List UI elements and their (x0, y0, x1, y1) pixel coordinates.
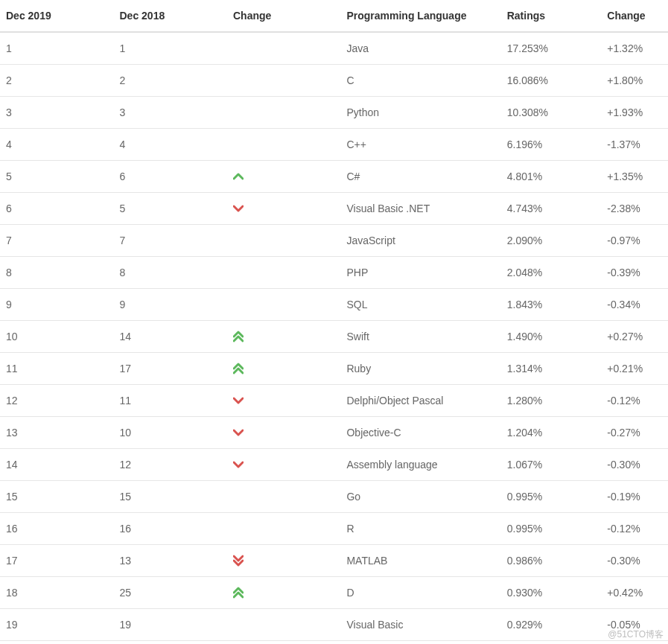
header-language: Programming Language (340, 0, 500, 32)
cell-rank2018: 14 (113, 321, 226, 353)
header-change: Change (601, 0, 668, 32)
cell-rank2018: 6 (113, 161, 226, 193)
table-row: 33Python10.308%+1.93% (0, 97, 668, 129)
cell-language: Go (340, 481, 500, 513)
cell-arrow (227, 161, 340, 193)
cell-rank2019: 6 (0, 193, 113, 225)
cell-change: +1.80% (601, 65, 668, 97)
cell-change: -1.37% (601, 129, 668, 161)
cell-arrow (227, 65, 340, 97)
cell-arrow (227, 577, 340, 609)
cell-rank2019: 9 (0, 289, 113, 321)
cell-rank2018: 3 (113, 97, 226, 129)
cell-arrow (227, 641, 340, 645)
cell-rank2018: 10 (113, 417, 226, 449)
cell-ratings: 2.090% (501, 225, 602, 257)
chevron-down-icon (233, 395, 334, 407)
cell-ratings: 2.048% (501, 257, 602, 289)
cell-ratings: 0.995% (501, 513, 602, 545)
table-row: 1412Assembly language1.067%-0.30% (0, 449, 668, 481)
cell-language: Perl (340, 641, 500, 645)
cell-language: C# (340, 161, 500, 193)
cell-ratings: 0.930% (501, 577, 602, 609)
table-row: 1515Go0.995%-0.19% (0, 481, 668, 513)
table-row: 1117Ruby1.314%+0.21% (0, 353, 668, 385)
cell-rank2019: 20 (0, 641, 113, 645)
cell-arrow (227, 609, 340, 641)
cell-arrow (227, 545, 340, 577)
cell-ratings: 17.253% (501, 32, 602, 65)
cell-ratings: 1.067% (501, 449, 602, 481)
cell-rank2018: 1 (113, 32, 226, 65)
chevron-up-icon (233, 170, 334, 182)
cell-ratings: 1.843% (501, 289, 602, 321)
cell-arrow (227, 417, 340, 449)
cell-language: C++ (340, 129, 500, 161)
cell-language: D (340, 577, 500, 609)
cell-arrow (227, 481, 340, 513)
cell-rank2018: 15 (113, 481, 226, 513)
table-row: 1713MATLAB0.986%-0.30% (0, 545, 668, 577)
cell-arrow (227, 225, 340, 257)
cell-change: -0.12% (601, 513, 668, 545)
table-row: 88PHP2.048%-0.39% (0, 257, 668, 289)
double-chevron-up-icon (233, 587, 334, 599)
cell-rank2018: 19 (113, 609, 226, 641)
cell-language: JavaScript (340, 225, 500, 257)
cell-rank2019: 11 (0, 353, 113, 385)
cell-change: -0.97% (601, 225, 668, 257)
cell-rank2018: 8 (113, 257, 226, 289)
cell-change: -0.30% (601, 545, 668, 577)
table-row: 1919Visual Basic0.929%-0.05% (0, 609, 668, 641)
table-row: 1310Objective-C1.204%-0.27% (0, 417, 668, 449)
cell-ratings: 16.086% (501, 65, 602, 97)
cell-rank2019: 13 (0, 417, 113, 449)
cell-rank2019: 17 (0, 545, 113, 577)
header-ratings: Ratings (501, 0, 602, 32)
cell-change: +0.27% (601, 321, 668, 353)
cell-ratings: 6.196% (501, 129, 602, 161)
cell-rank2019: 8 (0, 257, 113, 289)
cell-change: -0.27% (601, 417, 668, 449)
cell-ratings: 0.986% (501, 545, 602, 577)
cell-change: +0.21% (601, 353, 668, 385)
cell-rank2018: 18 (113, 641, 226, 645)
cell-ratings: 4.801% (501, 161, 602, 193)
cell-arrow (227, 257, 340, 289)
cell-language: Ruby (340, 353, 500, 385)
cell-rank2019: 10 (0, 321, 113, 353)
cell-rank2019: 18 (0, 577, 113, 609)
cell-language: MATLAB (340, 545, 500, 577)
cell-ratings: 1.204% (501, 417, 602, 449)
cell-change: +1.93% (601, 97, 668, 129)
cell-language: Visual Basic .NET (340, 193, 500, 225)
cell-change: +0.42% (601, 577, 668, 609)
cell-rank2018: 4 (113, 129, 226, 161)
header-rank2018: Dec 2018 (113, 0, 226, 32)
chevron-down-icon (233, 427, 334, 439)
table-row: 1211Delphi/Object Pascal1.280%-0.12% (0, 385, 668, 417)
cell-rank2018: 9 (113, 289, 226, 321)
cell-change: -0.30% (601, 449, 668, 481)
chevron-down-icon (233, 203, 334, 214)
table-row: 1014Swift1.490%+0.27% (0, 321, 668, 353)
cell-language: Python (340, 97, 500, 129)
cell-ratings: 10.308% (501, 97, 602, 129)
cell-arrow (227, 289, 340, 321)
cell-language: R (340, 513, 500, 545)
cell-rank2018: 2 (113, 65, 226, 97)
double-chevron-down-icon (233, 555, 334, 567)
cell-arrow (227, 385, 340, 417)
cell-change: +1.32% (601, 32, 668, 65)
cell-rank2019: 16 (0, 513, 113, 545)
cell-ratings: 0.929% (501, 609, 602, 641)
cell-change: -0.12% (601, 385, 668, 417)
cell-change: -2.38% (601, 193, 668, 225)
table-row: 11Java17.253%+1.32% (0, 32, 668, 65)
cell-rank2019: 4 (0, 129, 113, 161)
cell-change: +1.35% (601, 161, 668, 193)
tiobe-table: Dec 2019 Dec 2018 Change Programming Lan… (0, 0, 668, 644)
table-row: 1825D0.930%+0.42% (0, 577, 668, 609)
cell-rank2019: 15 (0, 481, 113, 513)
cell-rank2019: 5 (0, 161, 113, 193)
